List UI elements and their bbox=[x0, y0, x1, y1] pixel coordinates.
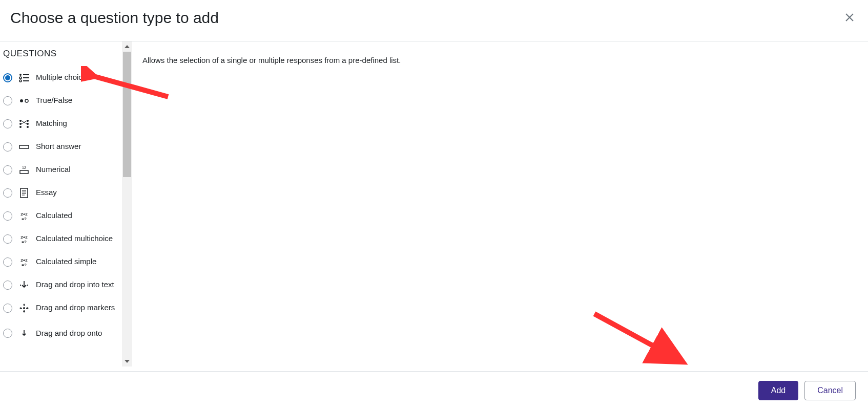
radio-calculatedsimple[interactable] bbox=[3, 257, 12, 267]
svg-point-11 bbox=[27, 120, 29, 122]
questions-heading: QUESTIONS bbox=[0, 41, 132, 66]
svg-point-2 bbox=[19, 77, 22, 79]
svg-point-13 bbox=[27, 126, 29, 128]
svg-text:2+2: 2+2 bbox=[20, 258, 28, 263]
svg-point-12 bbox=[27, 123, 29, 125]
qtype-label: Calculated simple bbox=[36, 256, 96, 267]
qtype-ddmarkers[interactable]: Drag and drop markers bbox=[0, 296, 132, 319]
svg-text:12: 12 bbox=[22, 166, 26, 169]
qtype-label: Essay bbox=[36, 187, 57, 198]
close-button[interactable] bbox=[845, 10, 854, 25]
qtype-matching[interactable]: Matching bbox=[0, 112, 132, 135]
ddontoimage-icon bbox=[18, 328, 30, 339]
qtype-label: Short answer bbox=[36, 141, 81, 152]
qtype-ddontoimage[interactable]: Drag and drop onto bbox=[0, 319, 132, 342]
svg-point-6 bbox=[20, 99, 23, 102]
svg-rect-19 bbox=[20, 188, 28, 198]
radio-truefalse[interactable] bbox=[3, 96, 12, 105]
numerical-icon: 12 bbox=[18, 164, 30, 176]
ddmarkers-icon bbox=[18, 303, 30, 314]
svg-point-4 bbox=[19, 80, 22, 82]
qtype-ddintotext[interactable]: Drag and drop into text bbox=[0, 273, 132, 296]
svg-rect-3 bbox=[23, 77, 29, 78]
svg-text:=?: =? bbox=[22, 263, 27, 267]
shortanswer-icon bbox=[18, 141, 30, 153]
scroll-up-icon[interactable] bbox=[122, 41, 132, 52]
radio-calculatedmulti[interactable] bbox=[3, 234, 12, 244]
qtype-label: Numerical bbox=[36, 164, 71, 175]
qtype-calculated[interactable]: 2+2=? Calculated bbox=[0, 204, 132, 227]
svg-point-8 bbox=[19, 120, 22, 122]
svg-text:2+2: 2+2 bbox=[20, 235, 28, 240]
calculated-icon: 2+2=? bbox=[18, 210, 30, 222]
svg-rect-1 bbox=[23, 74, 29, 75]
qtype-calculatedsimple[interactable]: 2+2=? Calculated simple bbox=[0, 250, 132, 273]
scroll-track[interactable] bbox=[122, 52, 132, 356]
dialog-title: Choose a question type to add bbox=[10, 9, 219, 27]
qtype-multichoice[interactable]: Multiple choice bbox=[0, 66, 132, 89]
calculatedmulti-icon: 2+2=? bbox=[18, 233, 30, 245]
radio-numerical[interactable] bbox=[3, 165, 12, 175]
qtype-label: Drag and drop markers bbox=[36, 303, 115, 313]
radio-ddontoimage[interactable] bbox=[3, 329, 12, 338]
radio-matching[interactable] bbox=[3, 119, 12, 128]
qtype-label: Calculated bbox=[36, 210, 72, 221]
qtype-calculatedmulti[interactable]: 2+2=? Calculated multichoice bbox=[0, 227, 132, 250]
dialog-footer: Add Cancel bbox=[0, 371, 868, 409]
multichoice-icon bbox=[18, 72, 30, 83]
radio-shortanswer[interactable] bbox=[3, 142, 12, 152]
qtype-label: Calculated multichoice bbox=[36, 233, 113, 244]
svg-text:2+2: 2+2 bbox=[20, 212, 28, 217]
qtype-label: Matching bbox=[36, 118, 67, 128]
svg-text:=?: =? bbox=[22, 217, 27, 221]
qtype-truefalse[interactable]: True/False bbox=[0, 89, 132, 112]
calculatedsimple-icon: 2+2=? bbox=[18, 256, 30, 268]
radio-ddintotext[interactable] bbox=[3, 281, 12, 290]
scroll-down-icon[interactable] bbox=[122, 356, 132, 367]
question-type-list: Multiple choice True/False Matching bbox=[0, 66, 132, 342]
qtype-label: Multiple choice bbox=[36, 72, 87, 82]
cancel-button[interactable]: Cancel bbox=[804, 381, 856, 400]
qtype-label: True/False bbox=[36, 95, 72, 105]
question-type-panel: QUESTIONS Multiple choice True/False bbox=[0, 41, 132, 367]
essay-icon bbox=[18, 187, 30, 199]
ddintotext-icon bbox=[18, 279, 30, 291]
truefalse-icon bbox=[18, 95, 30, 106]
svg-rect-5 bbox=[23, 80, 29, 81]
close-icon bbox=[845, 10, 854, 24]
qtype-label: Drag and drop onto bbox=[36, 328, 102, 338]
scrollbar[interactable] bbox=[122, 41, 132, 367]
radio-essay[interactable] bbox=[3, 188, 12, 198]
dialog-body: QUESTIONS Multiple choice True/False bbox=[0, 41, 868, 367]
add-button[interactable]: Add bbox=[758, 381, 798, 400]
radio-multichoice[interactable] bbox=[3, 73, 12, 82]
svg-point-9 bbox=[19, 123, 22, 125]
question-type-description: Allows the selection of a single or mult… bbox=[142, 56, 401, 64]
qtype-label: Drag and drop into text bbox=[36, 279, 114, 290]
svg-point-30 bbox=[23, 307, 25, 309]
qtype-essay[interactable]: Essay bbox=[0, 181, 132, 204]
svg-text:=?: =? bbox=[22, 240, 27, 244]
dialog-header: Choose a question type to add bbox=[0, 0, 868, 41]
svg-point-10 bbox=[19, 126, 22, 128]
qtype-shortanswer[interactable]: Short answer bbox=[0, 135, 132, 158]
svg-point-7 bbox=[25, 99, 28, 102]
svg-rect-18 bbox=[20, 170, 28, 174]
matching-icon bbox=[18, 118, 30, 130]
qtype-numerical[interactable]: 12 Numerical bbox=[0, 158, 132, 181]
scroll-thumb[interactable] bbox=[123, 52, 131, 177]
radio-calculated[interactable] bbox=[3, 211, 12, 221]
radio-ddmarkers[interactable] bbox=[3, 304, 12, 313]
description-panel: Allows the selection of a single or mult… bbox=[132, 41, 868, 367]
svg-rect-16 bbox=[19, 145, 29, 148]
svg-point-0 bbox=[19, 74, 22, 76]
